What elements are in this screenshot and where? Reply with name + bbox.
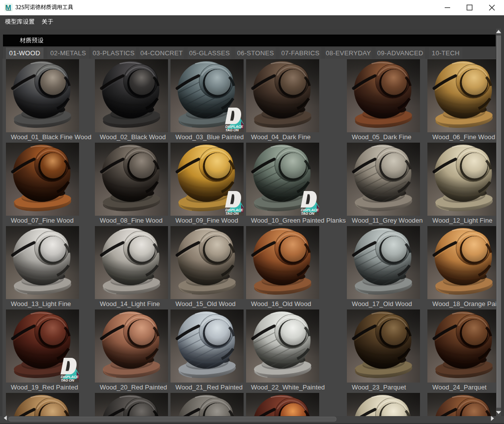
svg-text:TAG ON: TAG ON <box>301 211 315 216</box>
svg-text:TAG ON: TAG ON <box>225 211 239 216</box>
svg-text:TAG ON: TAG ON <box>225 128 239 132</box>
svg-text:TAG ON: TAG ON <box>61 378 75 383</box>
